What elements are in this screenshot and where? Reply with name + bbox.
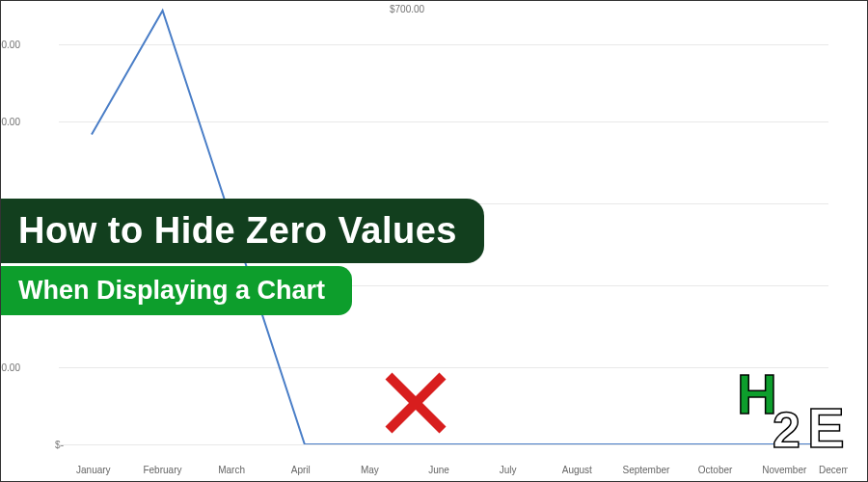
x-tick: September <box>611 465 681 475</box>
x-tick: December <box>819 465 848 475</box>
gridline <box>59 444 828 445</box>
y-tick-label: 00.00 <box>0 117 20 127</box>
logo-2: 2 <box>773 402 800 452</box>
x-tick: October <box>681 465 750 475</box>
overlay-title-main: How to Hide Zero Values <box>1 199 484 263</box>
red-x-icon <box>382 369 449 437</box>
x-tick: June <box>404 465 474 475</box>
x-axis-labels: January February March April May June Ju… <box>59 465 848 475</box>
logo-e: E <box>807 396 845 452</box>
x-tick: February <box>128 465 198 475</box>
x-tick: May <box>336 465 405 475</box>
h2e-logo: H 2 E <box>732 361 848 452</box>
x-tick: March <box>197 465 266 475</box>
x-tick: July <box>474 465 543 475</box>
y-tick-label: 00.00 <box>0 40 20 50</box>
overlay-title-sub: When Displaying a Chart <box>1 266 352 315</box>
x-tick: November <box>749 465 819 475</box>
x-tick: August <box>542 465 611 475</box>
y-tick-label: $- <box>15 440 64 450</box>
logo-h: H <box>737 362 777 425</box>
y-tick-label: 00.00 <box>0 362 20 373</box>
x-tick: January <box>59 465 128 475</box>
x-tick: April <box>266 465 336 475</box>
